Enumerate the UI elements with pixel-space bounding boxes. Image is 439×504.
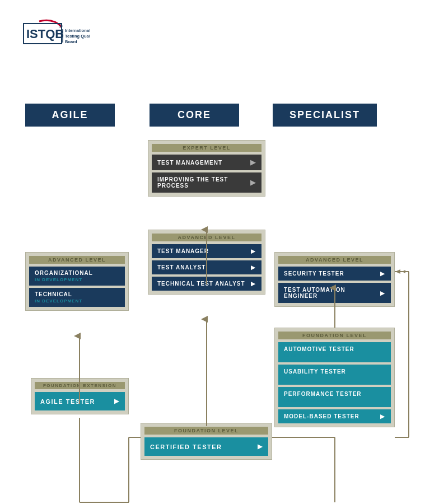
test-manager-item[interactable]: TEST MANAGER ▶ xyxy=(152,244,261,258)
test-automation-arrow-icon: ▶ xyxy=(380,290,385,296)
core-expert-box: EXPERT LEVEL TEST MANAGEMENT ▶ IMPROVING… xyxy=(148,140,265,197)
core-header: CORE xyxy=(150,104,239,127)
agile-header: AGILE xyxy=(25,104,115,127)
agile-advanced-level-label: ADVANCED LEVEL xyxy=(29,256,125,264)
specialist-col-label: SPECIALIST xyxy=(273,104,377,127)
technical-test-analyst-label: TECHNICAL TEST ANALYST xyxy=(157,281,245,287)
test-automation-label: TEST AUTOMATION ENGINEER xyxy=(284,287,380,299)
agile-foundation-ext-label: FOUNDATION EXTENSION xyxy=(35,382,125,389)
core-col-label: CORE xyxy=(150,104,239,127)
logo-svg: ISTQB ® International Software Testing Q… xyxy=(22,17,90,53)
automotive-tester-label: AUTOMOTIVE TESTER xyxy=(284,346,354,352)
agile-foundation-box: FOUNDATION EXTENSION AGILE TESTER ▶ xyxy=(31,378,129,414)
page-wrapper: ISTQB ® International Software Testing Q… xyxy=(0,0,439,504)
test-analyst-label: TEST ANALYST xyxy=(157,264,206,270)
logo-area: ISTQB ® International Software Testing Q… xyxy=(22,17,90,53)
svg-text:Board: Board xyxy=(65,39,77,44)
test-automation-item[interactable]: TEST AUTOMATION ENGINEER ▶ xyxy=(278,283,391,303)
agile-org-status: IN DEVELOPMENT xyxy=(35,277,82,282)
svg-text:®: ® xyxy=(59,24,63,29)
agile-organizational-item[interactable]: ORGANIZATIONAL IN DEVELOPMENT xyxy=(29,267,125,286)
test-manager-label: TEST MANAGER xyxy=(157,248,209,254)
usability-tester-label: USABILITY TESTER xyxy=(284,368,346,375)
improving-arrow-icon: ▶ xyxy=(250,179,256,186)
certified-tester-item[interactable]: CERTIFIED TESTER ▶ xyxy=(144,437,268,456)
improving-test-label: IMPROVING THE TEST PROCESS xyxy=(157,176,250,189)
performance-tester-label: PERFORMANCE TESTER xyxy=(284,391,362,397)
agile-tester-label: AGILE TESTER xyxy=(40,398,95,405)
improving-test-item[interactable]: IMPROVING THE TEST PROCESS ▶ xyxy=(152,172,261,193)
automotive-status: IN DEVELOPMENT xyxy=(284,353,331,358)
svg-marker-25 xyxy=(395,269,400,274)
security-tester-label: SECURITY TESTER xyxy=(284,270,344,277)
core-advanced-level-label: ADVANCED LEVEL xyxy=(152,234,261,241)
model-based-tester-item[interactable]: MODEL-BASED TESTER ▶ xyxy=(278,409,391,423)
test-management-arrow-icon: ▶ xyxy=(250,158,256,166)
technical-test-analyst-item[interactable]: TECHNICAL TEST ANALYST ▶ xyxy=(152,277,261,291)
agile-col-label: AGILE xyxy=(25,104,115,127)
technical-arrow-icon: ▶ xyxy=(251,281,256,287)
automotive-tester-item[interactable]: AUTOMOTIVE TESTER IN DEVELOPMENT xyxy=(278,342,391,362)
performance-tester-item[interactable]: PERFORMANCE TESTER IN DEVELOPMENT xyxy=(278,387,391,407)
agile-organizational-label: ORGANIZATIONAL xyxy=(35,270,93,276)
agile-tech-status: IN DEVELOPMENT xyxy=(35,298,82,304)
svg-text:Testing Qualifications: Testing Qualifications xyxy=(65,34,90,39)
diagram: AGILE CORE SPECIALIST EXPERT LEVEL TEST … xyxy=(0,87,439,504)
certified-tester-arrow-icon: ▶ xyxy=(258,443,263,450)
agile-technical-item[interactable]: TECHNICAL IN DEVELOPMENT xyxy=(29,288,125,307)
performance-status: IN DEVELOPMENT xyxy=(284,398,331,403)
certified-tester-label: CERTIFIED TESTER xyxy=(150,444,222,450)
model-based-tester-label: MODEL-BASED TESTER xyxy=(284,413,359,419)
agile-technical-label: TECHNICAL xyxy=(35,291,72,297)
agile-advanced-box: ADVANCED LEVEL ORGANIZATIONAL IN DEVELOP… xyxy=(25,252,129,311)
core-foundation-level-label: FOUNDATION LEVEL xyxy=(144,427,268,435)
agile-tester-item[interactable]: AGILE TESTER ▶ xyxy=(35,392,125,410)
usability-tester-item[interactable]: USABILITY TESTER IN BETA xyxy=(278,365,391,385)
test-management-item[interactable]: TEST MANAGEMENT ▶ xyxy=(152,155,261,170)
test-analyst-item[interactable]: TEST ANALYST ▶ xyxy=(152,260,261,274)
core-advanced-box: ADVANCED LEVEL TEST MANAGER ▶ TEST ANALY… xyxy=(148,230,265,295)
test-analyst-arrow-icon: ▶ xyxy=(251,264,256,270)
specialist-foundation-box: FOUNDATION LEVEL AUTOMOTIVE TESTER IN DE… xyxy=(274,328,395,427)
security-tester-item[interactable]: SECURITY TESTER ▶ xyxy=(278,267,391,281)
test-manager-arrow-icon: ▶ xyxy=(251,248,256,254)
security-tester-arrow-icon: ▶ xyxy=(380,270,385,277)
specialist-foundation-level-label: FOUNDATION LEVEL xyxy=(278,332,391,339)
usability-status: IN BETA xyxy=(284,376,305,381)
agile-tester-arrow-icon: ▶ xyxy=(114,398,120,405)
specialist-advanced-level-label: ADVANCED LEVEL xyxy=(278,256,391,264)
test-management-label: TEST MANAGEMENT xyxy=(157,160,222,166)
expert-level-label: EXPERT LEVEL xyxy=(152,144,261,152)
specialist-header: SPECIALIST xyxy=(273,104,377,127)
model-based-arrow-icon: ▶ xyxy=(380,413,385,419)
svg-text:International Software: International Software xyxy=(65,28,90,33)
core-foundation-box: FOUNDATION LEVEL CERTIFIED TESTER ▶ xyxy=(141,423,272,460)
specialist-advanced-box: ADVANCED LEVEL SECURITY TESTER ▶ TEST AU… xyxy=(274,252,395,307)
